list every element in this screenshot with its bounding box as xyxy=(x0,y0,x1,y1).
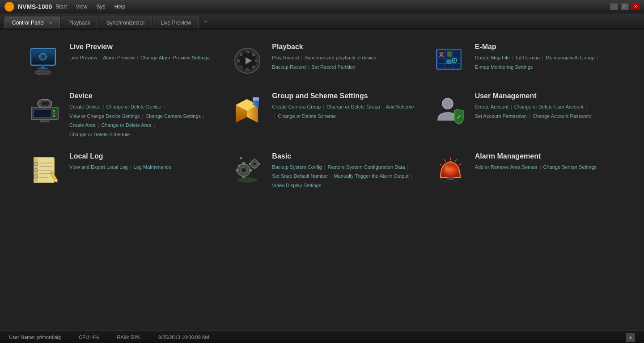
tab-synchronized[interactable]: Synchronized pl xyxy=(99,17,152,29)
link-log-maintenance[interactable]: Log Maintenance xyxy=(134,163,171,172)
svg-point-72 xyxy=(241,167,246,173)
link-create-device[interactable]: Create Device xyxy=(69,103,101,111)
group-scheme-title[interactable]: Group and Scheme Settings xyxy=(272,92,414,100)
status-cpu: CPU: 4% xyxy=(79,335,99,340)
link-create-area[interactable]: Create Area xyxy=(69,121,96,130)
link-backup-record[interactable]: Backup Record xyxy=(272,63,305,71)
link-live-preview[interactable]: Live Preview xyxy=(69,54,97,62)
live-preview-icon xyxy=(27,43,63,79)
close-tab-icon[interactable]: ✕ xyxy=(49,21,52,25)
link-change-delete-device[interactable]: Change or Delete Device xyxy=(106,103,161,111)
link-change-delete-area[interactable]: Change or Delete Area xyxy=(102,121,152,130)
link-add-remove-area-sensor[interactable]: Add or Remove Area Sensor xyxy=(475,163,538,172)
minimize-button[interactable]: — xyxy=(610,3,618,10)
svg-point-42 xyxy=(53,110,55,112)
basic-title[interactable]: Basic xyxy=(272,152,414,160)
link-alarm-preview[interactable]: Alarm Preview xyxy=(103,54,135,62)
link-change-account-password[interactable]: Change Account Password xyxy=(533,112,592,121)
app-title: NVMS-1000 xyxy=(18,3,52,10)
panel-alarm-management: Alarm Management Add or Remove Area Sens… xyxy=(432,152,617,190)
menu-sys[interactable]: Sys xyxy=(96,4,105,10)
svg-rect-14 xyxy=(42,71,49,74)
title-left: NVMS-1000 Start View Sys Help xyxy=(4,2,125,12)
link-change-alarm-preview[interactable]: Change Alarm Preview Settings xyxy=(140,54,210,62)
svg-point-22 xyxy=(240,53,242,56)
link-view-change-device-settings[interactable]: View or Change Device Settings xyxy=(69,112,140,121)
status-datetime: 9/25/2013 10:06:09 AM xyxy=(158,335,209,340)
menu-start[interactable]: Start xyxy=(55,4,67,10)
emap-text: E-Map Create Map File | Edit E-map | Mon… xyxy=(475,43,617,71)
svg-point-93 xyxy=(449,161,452,163)
link-manually-trigger-alarm[interactable]: Manually Trigger the Alarm Output xyxy=(334,172,409,180)
close-button[interactable]: ✕ xyxy=(631,3,640,10)
link-backup-system-config[interactable]: Backup System Config xyxy=(272,163,322,172)
status-scroll-button[interactable]: ▲ xyxy=(626,333,635,342)
tab-live-preview[interactable]: Live Preview xyxy=(153,17,199,29)
maximize-button[interactable]: □ xyxy=(621,3,629,10)
svg-point-23 xyxy=(252,66,255,68)
link-set-snap-default[interactable]: Set Snap Default Number xyxy=(272,172,328,180)
link-add-scheme[interactable]: Add Scheme xyxy=(386,103,414,111)
title-bar: NVMS-1000 Start View Sys Help — □ ✕ xyxy=(0,0,644,13)
alarm-management-title[interactable]: Alarm Management xyxy=(475,152,617,160)
basic-icon xyxy=(229,152,265,188)
link-view-export-local-log[interactable]: View and Export Local Log xyxy=(69,163,128,172)
playback-title[interactable]: Playback xyxy=(272,43,414,51)
svg-rect-9 xyxy=(38,68,48,69)
svg-line-91 xyxy=(440,164,442,165)
emap-links: Create Map File | Edit E-map | Monitorin… xyxy=(475,54,617,71)
link-change-delete-scheme[interactable]: Change or Delete Scheme xyxy=(278,112,336,121)
link-change-delete-group[interactable]: Change or Delete Group xyxy=(326,103,380,111)
link-sync-playback[interactable]: Synchronized playback of device xyxy=(305,54,376,62)
link-create-map[interactable]: Create Map File xyxy=(475,54,510,62)
link-emap-monitoring-settings[interactable]: E-map Monitoring Settings xyxy=(475,63,533,71)
local-log-icon xyxy=(27,152,63,188)
svg-point-21 xyxy=(255,59,258,62)
user-management-title[interactable]: User Management xyxy=(475,92,617,100)
link-change-camera-settings[interactable]: Change Camera Settings xyxy=(145,112,201,121)
link-play-record[interactable]: Play Record xyxy=(272,54,299,62)
local-log-title[interactable]: Local Log xyxy=(69,152,212,160)
link-edit-emap[interactable]: Edit E-map xyxy=(516,54,540,62)
user-management-links: Create Account | Change or Delete User A… xyxy=(475,103,617,120)
panel-live-preview: Live Preview Live Preview | Alarm Previe… xyxy=(27,43,212,79)
tab-playback[interactable]: Playback xyxy=(61,17,98,29)
emap-title[interactable]: E-Map xyxy=(475,43,617,51)
link-create-account[interactable]: Create Account xyxy=(475,103,508,111)
link-set-record-partition[interactable]: Set Record Partition xyxy=(311,63,355,71)
device-title[interactable]: Device xyxy=(69,92,212,100)
svg-point-20 xyxy=(237,59,240,62)
link-restore-system-config[interactable]: Restore System Configuration Data xyxy=(327,163,405,172)
status-username: User Name: primordialg xyxy=(9,335,61,340)
alarm-management-icon xyxy=(432,152,468,188)
live-preview-title[interactable]: Live Preview xyxy=(69,43,212,51)
svg-point-18 xyxy=(246,50,249,53)
svg-rect-38 xyxy=(448,52,451,56)
main-content: Live Preview Live Preview | Alarm Previe… xyxy=(0,29,644,330)
tab-add-button[interactable]: + xyxy=(199,15,212,27)
group-scheme-links: Create Camera Group | Change or Delete G… xyxy=(272,103,414,120)
link-video-display-settings[interactable]: Video Display Settings xyxy=(272,181,321,190)
svg-point-44 xyxy=(53,115,55,117)
link-create-camera-group[interactable]: Create Camera Group xyxy=(272,103,321,111)
link-set-account-permission[interactable]: Set Account Permission xyxy=(475,112,527,121)
svg-line-88 xyxy=(455,159,457,162)
tab-control-panel[interactable]: Control Panel ✕ xyxy=(4,17,60,29)
svg-text:✓: ✓ xyxy=(456,113,462,121)
svg-rect-37 xyxy=(447,60,451,63)
svg-point-80 xyxy=(253,162,256,166)
svg-rect-81 xyxy=(254,159,255,160)
menu-view[interactable]: View xyxy=(76,4,88,10)
app-logo xyxy=(4,2,14,12)
local-log-links: View and Export Local Log | Log Maintena… xyxy=(69,163,212,172)
menu-help[interactable]: Help xyxy=(114,4,125,10)
link-change-delete-schedule[interactable]: Change or Delete Schedule xyxy=(69,130,130,139)
group-scheme-text: Group and Scheme Settings Create Camera … xyxy=(272,92,414,120)
user-management-icon: ✓ xyxy=(432,92,468,128)
link-monitoring-emap[interactable]: Monitoring with E-map xyxy=(546,54,594,62)
playback-text: Playback Play Record | Synchronized play… xyxy=(272,43,414,71)
link-change-sensor-settings[interactable]: Change Sensor Settings xyxy=(543,163,597,172)
local-log-text: Local Log View and Export Local Log | Lo… xyxy=(69,152,212,172)
svg-point-25 xyxy=(252,53,255,56)
link-change-delete-user-account[interactable]: Change or Delete User Account xyxy=(514,103,584,111)
